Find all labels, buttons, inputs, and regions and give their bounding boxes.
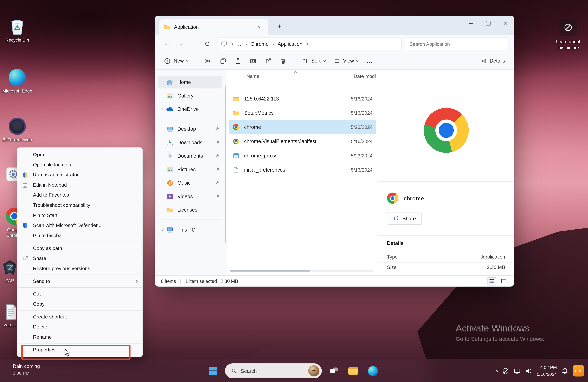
weather-time: 3:08 PM [13, 370, 40, 376]
chevron-down-icon [356, 59, 359, 62]
column-header-name[interactable]: Name [246, 73, 259, 79]
edge-button[interactable] [365, 363, 380, 378]
search-highlight-image[interactable] [308, 365, 319, 376]
file-row[interactable]: chrome_proxy 5/23/2024 [229, 149, 376, 163]
pin-icon [215, 126, 219, 132]
menu-item-share[interactable]: Share [17, 253, 142, 264]
menu-item-scan-with-defender[interactable]: Scan with Microsoft Defender... [17, 220, 142, 230]
sidebar-item-music[interactable]: Music [158, 176, 222, 189]
new-button[interactable]: New [159, 55, 194, 67]
large-icons-view-button[interactable] [499, 277, 508, 285]
start-button[interactable] [206, 363, 221, 378]
menu-item-restore-previous-versions[interactable]: Restore previous versions [17, 263, 142, 273]
sort-ascending-icon [294, 71, 297, 74]
new-tab-button[interactable]: + [274, 21, 285, 32]
menu-item-send-to[interactable]: Send to [17, 276, 142, 286]
menu-item-add-to-favorites[interactable]: Add to Favorites [17, 190, 142, 200]
refresh-button[interactable] [201, 38, 214, 50]
menu-item-copy-as-path[interactable]: Copy as path [17, 243, 142, 253]
weather-widget[interactable]: Rain coming 3:08 PM [13, 363, 40, 376]
address-bar[interactable]: ... Chrome Application [217, 38, 402, 50]
menu-item-troubleshoot-compatibility[interactable]: Troubleshoot compatibility [17, 200, 142, 210]
tray-shield-slash-icon[interactable] [503, 368, 509, 374]
sidebar-item-this-pc[interactable]: This PC [158, 223, 222, 236]
tray-display-icon[interactable] [514, 368, 520, 374]
forward-button[interactable]: → [174, 38, 187, 50]
preview-share-button[interactable]: Share [387, 212, 422, 225]
tab-application[interactable]: Application × [159, 19, 268, 35]
volume-icon[interactable] [525, 368, 532, 374]
up-button[interactable]: ↑ [187, 38, 201, 50]
menu-item-create-shortcut[interactable]: Create shortcut [17, 312, 142, 322]
search-input[interactable] [410, 41, 504, 47]
scrollbar-thumb[interactable] [230, 270, 310, 271]
share-icon [265, 57, 272, 64]
sidebar-item-videos[interactable]: Videos [158, 190, 222, 203]
file-row[interactable]: SetupMetrics 5/16/2024 [229, 106, 376, 120]
minimize-button[interactable] [462, 16, 480, 31]
menu-item-pin-to-taskbar[interactable]: Pin to taskbar [17, 230, 142, 241]
copy-button[interactable] [216, 55, 231, 67]
learn-about-picture-icon[interactable] [560, 19, 577, 36]
pre-release-badge[interactable]: PRE [573, 365, 584, 376]
breadcrumb-application[interactable]: Application [278, 41, 302, 47]
show-hidden-icons-button[interactable] [495, 369, 497, 373]
share-button[interactable] [261, 55, 276, 67]
back-button[interactable]: ← [160, 38, 174, 50]
file-row[interactable]: 125.0.6422.113 5/16/2024 [229, 92, 376, 106]
desktop-icon-edge[interactable]: Microsoft Edge [0, 68, 35, 94]
breadcrumb-ellipsis[interactable]: ... [236, 41, 242, 47]
view-button[interactable]: View [330, 55, 363, 67]
divider [180, 279, 181, 284]
sidebar-item-home[interactable]: Home [158, 76, 222, 89]
paste-button[interactable] [231, 55, 246, 67]
sidebar-item-label: Downloads [177, 139, 202, 145]
sidebar-item-pictures[interactable]: Pictures [158, 163, 222, 176]
file-name: SetupMetrics [244, 110, 351, 115]
sidebar-item-documents[interactable]: Documents [158, 150, 222, 162]
menu-item-delete[interactable]: Delete [17, 322, 142, 332]
file-row[interactable]: chrome.VisualElementsManifest 5/16/2024 [229, 134, 376, 148]
file-explorer-button[interactable] [346, 363, 361, 378]
menu-item-pin-to-start[interactable]: Pin to Start [17, 210, 142, 220]
menu-item-rename[interactable]: Rename [17, 332, 142, 342]
horizontal-scrollbar[interactable] [230, 270, 374, 271]
spotlight-widget[interactable]: Learn about this picture [552, 19, 584, 51]
close-button[interactable]: × [497, 16, 514, 31]
more-options-button[interactable]: ... [363, 55, 377, 67]
menu-item-edit-in-notepad[interactable]: Edit in Notepad [17, 180, 142, 190]
menu-item-open[interactable]: Open [17, 150, 142, 160]
delete-button[interactable] [276, 55, 291, 67]
task-view-button[interactable] [326, 363, 341, 378]
menu-item-open-file-location[interactable]: Open file location [17, 160, 142, 170]
notifications-bell-icon[interactable] [562, 368, 568, 374]
sidebar-item-gallery[interactable]: Gallery [158, 89, 222, 102]
rename-button[interactable] [246, 55, 261, 67]
breadcrumb-chevron-icon [272, 42, 275, 45]
file-rows: 125.0.6422.113 5/16/2024 SetupMetrics 5/… [229, 92, 376, 177]
taskbar-search[interactable]: Search [225, 363, 322, 378]
file-row[interactable]: initial_preferences 5/16/2024 [229, 163, 376, 177]
sidebar-scrollbar[interactable] [225, 86, 226, 243]
sidebar-item-licenses[interactable]: Licenses [158, 203, 222, 216]
tab-close-icon[interactable]: × [255, 22, 264, 32]
file-row-selected[interactable]: chrome 5/23/2024 [229, 120, 376, 134]
sort-button[interactable]: Sort [298, 55, 330, 67]
menu-item-cut[interactable]: Cut [17, 289, 142, 299]
clock[interactable]: 4:02 PM 5/16/2024 [537, 364, 557, 378]
breadcrumb-chrome[interactable]: Chrome [251, 41, 269, 47]
desktop-icon-bittorrent[interactable]: BitTorrent Web [0, 117, 35, 143]
maximize-button[interactable] [480, 16, 497, 31]
cut-button[interactable] [201, 55, 216, 67]
details-pane-button[interactable]: Details [475, 55, 510, 67]
sidebar-item-downloads[interactable]: Downloads [158, 136, 222, 149]
plus-circle-icon [164, 57, 171, 64]
sidebar-item-onedrive[interactable]: OneDrive [158, 103, 222, 115]
details-view-button[interactable] [487, 277, 496, 285]
sidebar-item-desktop[interactable]: Desktop [158, 122, 222, 135]
menu-item-run-as-administrator[interactable]: Run as administrator [17, 170, 142, 180]
desktop-icon-recycle-bin[interactable]: Recycle Bin [0, 17, 35, 43]
column-header-date[interactable]: Date modified [354, 73, 376, 79]
menu-separator [18, 242, 142, 242]
menu-item-copy[interactable]: Copy [17, 299, 142, 309]
